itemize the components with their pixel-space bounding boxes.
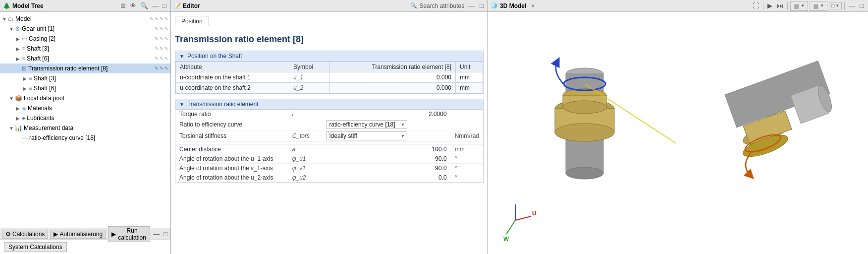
table-row: Center distance a 100.0 mm bbox=[175, 145, 483, 154]
model-tree-search-btn[interactable]: 🔍 bbox=[139, 2, 149, 9]
prop-angle-u2-value[interactable]: 0.0 bbox=[411, 173, 451, 183]
bottom-maximize-btn[interactable]: □ bbox=[163, 230, 168, 238]
shaft6-icon: ≡ bbox=[22, 55, 25, 62]
forward-btn[interactable]: ⏭ bbox=[775, 1, 785, 10]
tree-item-transratio[interactable]: ⊠ Transmission ratio element [8] ✎✎✎ bbox=[0, 64, 170, 73]
material-icon: ◼ bbox=[794, 2, 800, 10]
model3d-close-btn[interactable]: × bbox=[530, 2, 536, 9]
prop-torque-value[interactable]: 2.0000 bbox=[411, 110, 451, 119]
tree-item-gearunit[interactable]: ▼ ⚙ Gear unit [1] ✎✎✎ bbox=[0, 24, 170, 34]
tree-item-shaft6[interactable]: ▶ ≡ Shaft [6] ✎✎✎ bbox=[0, 54, 170, 64]
tree-label-ldp: Local data pool bbox=[24, 95, 64, 102]
transmission-props-table: Torque ratio i 2.0000 Ratio to efficienc… bbox=[175, 110, 483, 183]
svg-rect-0 bbox=[488, 12, 855, 250]
attr-u2-value[interactable]: 0.000 bbox=[329, 83, 455, 93]
section-header-position[interactable]: ▼ Position on the Shaft bbox=[175, 51, 483, 62]
model3d-panel: 🧊 3D Model × ⛶ ▶ ⏭ ◼ ▼ ◼ ▼ □ bbox=[488, 0, 868, 254]
model3d-header-left: 🧊 3D Model × bbox=[491, 2, 536, 9]
prop-center-symbol: a bbox=[288, 145, 323, 154]
render-dropdown-arrow: ▼ bbox=[820, 3, 824, 8]
tree-label-shaft3b: Shaft [3] bbox=[34, 75, 56, 82]
model-tree-icon: 🌲 bbox=[3, 2, 10, 9]
play-btn[interactable]: ▶ bbox=[766, 1, 774, 10]
bottom-minimize-btn[interactable]: — bbox=[152, 230, 161, 238]
attr-u2-label: u-coordinate on the shaft 2 bbox=[176, 83, 289, 93]
tree-item-materials[interactable]: ▶ ◈ Materials bbox=[0, 103, 170, 113]
tab-runcalc[interactable]: ▶ Run calculation bbox=[108, 226, 150, 242]
prop-center-unit: mm bbox=[451, 145, 483, 154]
model3d-viewport[interactable]: W U bbox=[488, 12, 868, 254]
model3d-split-btn[interactable]: □ ▼ bbox=[829, 2, 842, 9]
tree-item-measdata[interactable]: ▼ 📊 Measurement data bbox=[0, 123, 170, 133]
search-attributes-label: Search attributes bbox=[419, 2, 464, 9]
table-row: Torque ratio i 2.0000 bbox=[175, 110, 483, 119]
tree-label-measdata: Measurement data bbox=[24, 125, 73, 131]
tab-automatisierung[interactable]: ▶ Automatisierung bbox=[50, 230, 106, 239]
tree-item-ratiocurve[interactable]: — ratio-efficiency curve [18] bbox=[0, 133, 170, 143]
attr-u1-value[interactable]: 0.000 bbox=[329, 72, 455, 83]
col-trans-val: Transmission ratio element [8] bbox=[329, 62, 455, 72]
render-icon: ◼ bbox=[813, 2, 819, 10]
prop-torque-symbol: i bbox=[288, 110, 323, 119]
section-transmission: ▼ Transmission ratio element Torque rati… bbox=[175, 99, 484, 183]
section-expand-icon-position: ▼ bbox=[179, 54, 184, 59]
tree-item-lubricants[interactable]: ▶ ● Lubricants bbox=[0, 113, 170, 123]
model-tree-eye-btn[interactable]: 👁 bbox=[129, 2, 137, 9]
prop-ratio-dropdown[interactable]: ratio-efficiency curve [18] ▼ bbox=[323, 119, 411, 130]
prop-tors-dropdown[interactable]: Ideally stiff ▼ bbox=[323, 130, 411, 142]
tree-label-model: Model bbox=[15, 15, 32, 22]
system-calculations-btn[interactable]: System Calculations bbox=[4, 242, 67, 252]
tree-row-actions-shaft3: ✎✎✎ bbox=[155, 46, 168, 51]
model3d-icon: 🧊 bbox=[491, 2, 498, 9]
tree-label-casing: Casing [2] bbox=[29, 35, 55, 42]
svg-point-9 bbox=[563, 101, 606, 114]
model-tree-minimize-btn[interactable]: — bbox=[151, 2, 160, 9]
tree-item-shaft3b[interactable]: ▶ ≡ Shaft [3] bbox=[0, 73, 170, 83]
editor-header: 📝 Editor 🔍 Search attributes — □ bbox=[171, 0, 488, 12]
section-header-trans[interactable]: ▼ Transmission ratio element bbox=[175, 99, 483, 110]
model3d-maximize-btn[interactable]: □ bbox=[858, 1, 865, 10]
model-tree-grid-btn[interactable]: ⊞ bbox=[119, 2, 127, 9]
search-icon: 🔍 bbox=[410, 2, 417, 9]
tree-label-lubricants: Lubricants bbox=[27, 115, 54, 122]
prop-angle-u2-label: Angle of rotation about the u_2-axis bbox=[175, 173, 288, 183]
model3d-header: 🧊 3D Model × ⛶ ▶ ⏭ ◼ ▼ ◼ ▼ □ bbox=[488, 0, 868, 12]
expand-icon-materials: ▶ bbox=[16, 106, 22, 111]
fit-screen-btn[interactable]: ⛶ bbox=[751, 1, 760, 10]
model-tree-maximize-btn[interactable]: □ bbox=[162, 2, 167, 9]
material-btn[interactable]: ◼ ▼ bbox=[790, 1, 808, 11]
prop-angle-u2-symbol: φ_u2 bbox=[288, 173, 323, 183]
col-symbol: Symbol bbox=[289, 62, 330, 72]
tree-row-actions-gear: ✎✎✎ bbox=[155, 26, 168, 31]
render-btn[interactable]: ◼ ▼ bbox=[810, 1, 827, 11]
position-shaft-table: Attribute Symbol Transmission ratio elem… bbox=[175, 62, 483, 93]
editor-title: Editor bbox=[183, 2, 200, 9]
tree-item-shaft6b[interactable]: ▶ ≡ Shaft [6] bbox=[0, 83, 170, 93]
attr-u1-unit: mm bbox=[456, 72, 483, 83]
search-bar: 🔍 Search attributes bbox=[410, 2, 464, 9]
model-icon: 🗂 bbox=[8, 15, 14, 22]
editor-maximize-btn[interactable]: □ bbox=[479, 2, 485, 9]
prop-angle-v1-value[interactable]: 90.0 bbox=[411, 164, 451, 173]
tree-item-shaft3[interactable]: ▶ ≡ Shaft [3] ✎✎✎ bbox=[0, 44, 170, 54]
editor-minimize-btn[interactable]: — bbox=[467, 2, 476, 9]
tree-item-localdatapool[interactable]: ▼ 📦 Local data pool bbox=[0, 93, 170, 103]
prop-center-value[interactable]: 100.0 bbox=[411, 145, 451, 154]
model-tree-title: Model Tree bbox=[12, 2, 44, 9]
model-tree-panel: 🌲 Model Tree ⊞ 👁 🔍 — □ ▼ 🗂 Model ✎✎✎✎ ▼ … bbox=[0, 0, 171, 254]
expand-icon-ldp: ▼ bbox=[9, 96, 15, 101]
prop-tors-value bbox=[411, 130, 451, 142]
prop-angle-u2-empty bbox=[323, 173, 411, 183]
tree-item-model[interactable]: ▼ 🗂 Model ✎✎✎✎ bbox=[0, 14, 170, 24]
tab-calculations[interactable]: ⚙ Calculations bbox=[2, 230, 48, 239]
tree-label-ratiocurve: ratio-efficiency curve [18] bbox=[29, 134, 95, 141]
prop-angle-u1-value[interactable]: 90.0 bbox=[411, 154, 451, 164]
position-tab[interactable]: Position bbox=[175, 16, 209, 26]
expand-icon-shaft3b: ▶ bbox=[23, 76, 29, 81]
prop-ratio-value bbox=[411, 119, 451, 130]
model3d-minimize-btn[interactable]: — bbox=[847, 1, 857, 10]
tree-item-casing[interactable]: ▶ ▭ Casing [2] ✎✎✎ bbox=[0, 34, 170, 44]
table-row: u-coordinate on the shaft 2 u_2 0.000 mm bbox=[176, 83, 483, 93]
model3d-title: 3D Model bbox=[500, 2, 526, 9]
tree-row-actions-shaft6: ✎✎✎ bbox=[155, 56, 168, 61]
